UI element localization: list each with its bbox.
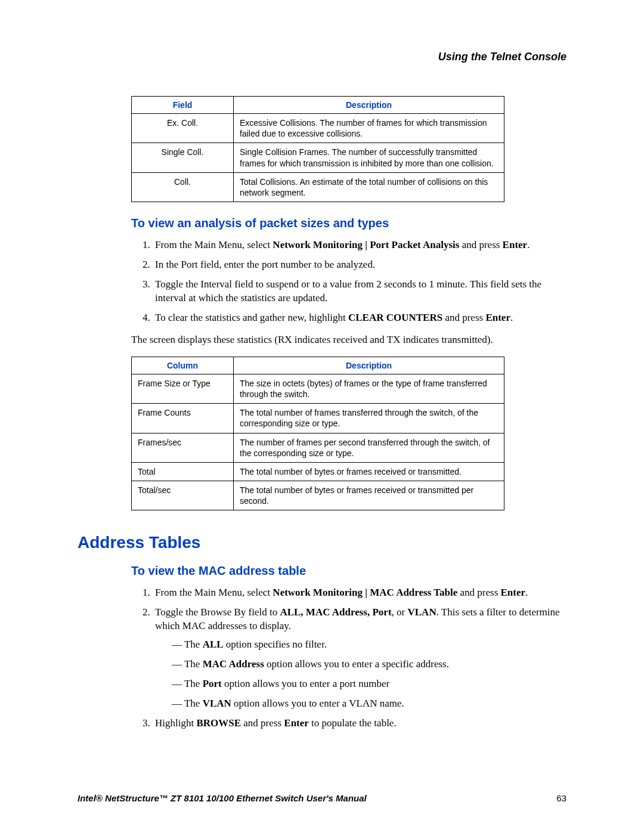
table-header-field: Field [132, 97, 234, 114]
bold-text: MAC Address [203, 658, 264, 670]
bold-text: Enter [284, 717, 309, 729]
cell-desc: Excessive Collisions. The number of fram… [234, 114, 504, 143]
step: Toggle the Interval field to suspend or … [153, 278, 566, 305]
step: Highlight BROWSE and press Enter to popu… [153, 717, 566, 730]
table-header-column: Column [132, 357, 234, 374]
text: From the Main Menu, select [155, 587, 273, 598]
table-row: Ex. Coll. Excessive Collisions. The numb… [132, 114, 504, 143]
steps-mac-table: From the Main Menu, select Network Monit… [140, 586, 566, 730]
collisions-table: Field Description Ex. Coll. Excessive Co… [131, 96, 504, 202]
cell-field: Frame Counts [132, 404, 234, 433]
dash-list: The ALL option specifies no filter. The … [169, 638, 566, 711]
cell-desc: The total number of bytes or frames rece… [234, 481, 504, 510]
text: . [510, 312, 513, 323]
bold-text: Port [203, 678, 222, 689]
bold-text: Enter [501, 587, 526, 598]
bold-text: CLEAR COUNTERS [348, 312, 442, 323]
page-header: Using the Telnet Console [78, 51, 566, 63]
list-item: The MAC Address option allows you to ent… [169, 658, 566, 671]
text: to populate the table. [309, 717, 397, 729]
text: and press [241, 717, 284, 729]
cell-field: Total/sec [132, 481, 234, 510]
section-heading-address-tables: Address Tables [78, 533, 566, 552]
list-item: The Port option allows you to enter a po… [169, 677, 566, 691]
text: , or [392, 606, 408, 618]
text: option allows you to enter a specific ad… [264, 658, 449, 670]
step: To clear the statistics and gather new, … [153, 311, 566, 325]
cell-field: Ex. Coll. [132, 114, 234, 143]
section-heading-mac-table: To view the MAC address table [131, 564, 566, 578]
text: option allows you to enter a VLAN name. [231, 698, 404, 709]
table-row: Total The total number of bytes or frame… [132, 462, 504, 481]
table-row: Total/sec The total number of bytes or f… [132, 481, 504, 510]
step: In the Port field, enter the port number… [153, 258, 566, 272]
bold-text: ALL, MAC Address, Port [280, 606, 391, 618]
bold-text: ALL [203, 639, 224, 650]
cell-desc: Total Collisions. An estimate of the tot… [234, 172, 504, 202]
text: The [184, 658, 203, 670]
text: Highlight [155, 717, 196, 729]
text: The [184, 639, 203, 650]
table-row: Frame Size or Type The size in octets (b… [132, 374, 504, 403]
text: To clear the statistics and gather new, … [155, 312, 348, 323]
steps-packet-analysis: From the Main Menu, select Network Monit… [140, 239, 566, 325]
text: and press [442, 312, 485, 323]
text: option allows you to enter a port number [222, 678, 389, 689]
cell-desc: The total number of frames transferred t… [234, 404, 504, 433]
bold-text: VLAN [203, 698, 231, 709]
step: Toggle the Browse By field to ALL, MAC A… [153, 606, 566, 711]
cell-desc: Single Collision Frames. The number of s… [234, 143, 504, 172]
step: From the Main Menu, select Network Monit… [153, 586, 566, 600]
text: . [525, 587, 528, 598]
page-footer: Intel® NetStructure™ ZT 8101 10/100 Ethe… [78, 793, 566, 803]
text: and press [457, 587, 500, 598]
cell-desc: The number of frames per second transfer… [234, 433, 504, 462]
bold-text: Enter [503, 239, 528, 250]
bold-text: Network Monitoring | MAC Address Table [273, 587, 457, 598]
table-row: Frames/sec The number of frames per seco… [132, 433, 504, 462]
statistics-table: Column Description Frame Size or Type Th… [131, 357, 504, 511]
step: From the Main Menu, select Network Monit… [153, 239, 566, 252]
table-row: Coll. Total Collisions. An estimate of t… [132, 172, 504, 202]
cell-field: Frames/sec [132, 433, 234, 462]
cell-field: Frame Size or Type [132, 374, 234, 403]
cell-desc: The size in octets (bytes) of frames or … [234, 374, 504, 403]
section-heading-packet-analysis: To view an analysis of packet sizes and … [131, 216, 566, 230]
cell-field: Single Coll. [132, 143, 234, 172]
text: Toggle the Browse By field to [155, 606, 280, 618]
bold-text: Enter [485, 312, 510, 323]
list-item: The VLAN option allows you to enter a VL… [169, 697, 566, 711]
list-item: The ALL option specifies no filter. [169, 638, 566, 652]
text: and press [459, 239, 502, 250]
text: . [527, 239, 530, 250]
cell-field: Coll. [132, 172, 234, 202]
table-row: Frame Counts The total number of frames … [132, 404, 504, 433]
text: option specifies no filter. [224, 639, 327, 650]
cell-desc: The total number of bytes or frames rece… [234, 462, 504, 481]
table-header-description: Description [234, 357, 504, 374]
cell-field: Total [132, 462, 234, 481]
footer-text: Intel® NetStructure™ ZT 8101 10/100 Ethe… [78, 793, 367, 803]
page-number: 63 [556, 793, 566, 803]
table-row: Single Coll. Single Collision Frames. Th… [132, 143, 504, 172]
paragraph: The screen displays these statistics (RX… [131, 333, 566, 347]
text: The [184, 678, 203, 689]
text: The [184, 698, 203, 709]
bold-text: VLAN [407, 606, 436, 618]
bold-text: Network Monitoring | Port Packet Analysi… [273, 239, 459, 250]
table-header-description: Description [234, 97, 504, 114]
bold-text: BROWSE [196, 717, 241, 729]
text: From the Main Menu, select [155, 239, 273, 250]
